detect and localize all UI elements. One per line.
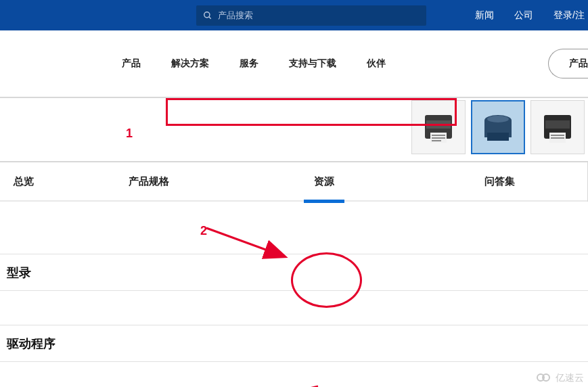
nav-support[interactable]: 支持与下载 xyxy=(289,58,336,70)
tab-resources[interactable]: 资源 xyxy=(236,161,411,202)
section-driver[interactable]: 驱动程序 xyxy=(0,325,588,362)
svg-rect-7 xyxy=(426,120,451,129)
nav-products[interactable]: 产品 xyxy=(122,58,141,70)
tab-overview[interactable]: 总览 xyxy=(0,161,61,202)
topbar: 新闻 公司 登录/注 xyxy=(0,0,588,30)
watermark-icon xyxy=(537,373,553,383)
svg-rect-6 xyxy=(432,140,441,141)
svg-line-18 xyxy=(206,228,284,256)
watermark: 亿速云 xyxy=(537,372,584,384)
thumb-3[interactable] xyxy=(530,100,585,154)
svg-rect-14 xyxy=(551,135,564,136)
search-input[interactable] xyxy=(218,10,420,20)
section-title-driver: 驱动程序 xyxy=(7,336,55,352)
top-links: 新闻 公司 登录/注 xyxy=(475,0,588,30)
tab-faq[interactable]: 问答集 xyxy=(412,161,587,202)
svg-rect-10 xyxy=(487,133,509,141)
printer-icon xyxy=(537,107,578,147)
svg-point-0 xyxy=(204,12,210,17)
section-catalog[interactable]: 型录 xyxy=(0,254,588,291)
navbar: 产品 解决方案 服务 支持与下载 伙伴 产品 xyxy=(0,30,588,98)
search-icon xyxy=(203,11,212,20)
annotation-num-1: 1 xyxy=(126,127,133,141)
section-title-catalog: 型录 xyxy=(7,265,31,281)
nav-services[interactable]: 服务 xyxy=(240,58,258,70)
top-link-company[interactable]: 公司 xyxy=(514,9,533,22)
svg-rect-16 xyxy=(545,120,570,129)
watermark-text: 亿速云 xyxy=(556,372,584,384)
annotation-arrow-3 xyxy=(122,382,325,387)
top-link-login[interactable]: 登录/注 xyxy=(553,9,585,22)
printer-open-icon xyxy=(478,107,518,147)
nav-links: 产品 解决方案 服务 支持与下载 伙伴 xyxy=(122,58,386,70)
thumb-2[interactable] xyxy=(471,100,525,154)
nav-solutions[interactable]: 解决方案 xyxy=(171,58,209,70)
svg-rect-4 xyxy=(432,135,445,136)
product-thumbnails xyxy=(411,100,585,154)
svg-rect-15 xyxy=(551,137,564,139)
nav-partners[interactable]: 伙伴 xyxy=(367,58,386,70)
search-box[interactable] xyxy=(196,5,426,26)
tabs: 总览 产品规格 资源 问答集 xyxy=(0,161,588,202)
tab-specs[interactable]: 产品规格 xyxy=(61,161,236,202)
annotation-num-2: 2 xyxy=(200,224,207,238)
svg-rect-5 xyxy=(432,137,445,139)
svg-line-1 xyxy=(209,16,211,18)
printer-icon xyxy=(418,107,459,147)
right-button[interactable]: 产品 xyxy=(548,49,588,78)
top-link-news[interactable]: 新闻 xyxy=(475,9,494,22)
svg-point-11 xyxy=(487,116,509,122)
thumb-1[interactable] xyxy=(411,100,466,154)
